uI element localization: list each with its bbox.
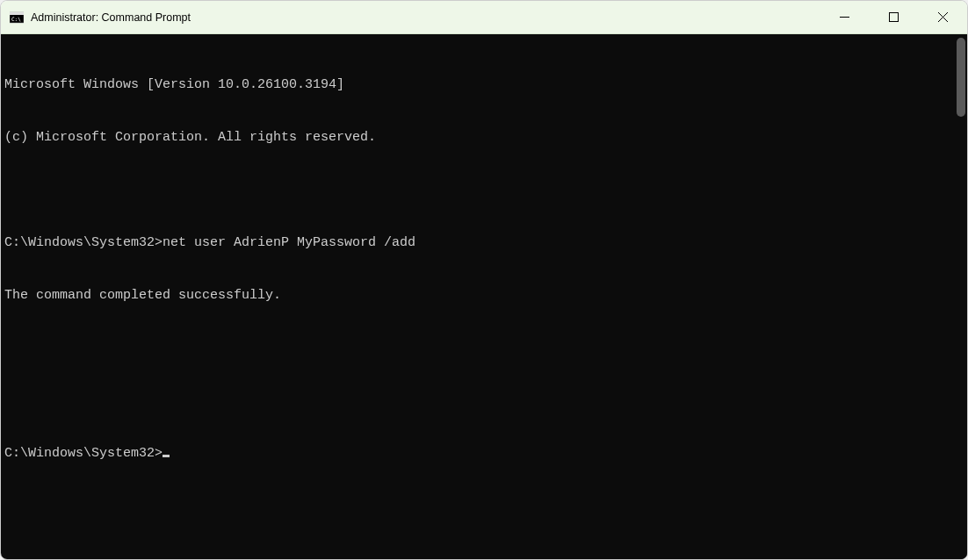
titlebar[interactable]: C:\ Administrator: Command Prompt <box>1 1 967 34</box>
current-prompt-line: C:\Windows\System32> <box>4 445 951 463</box>
entered-command: net user AdrienP MyPassword /add <box>163 235 415 250</box>
blank-line <box>4 392 951 410</box>
window-controls <box>820 1 967 33</box>
window-title: Administrator: Command Prompt <box>31 11 191 24</box>
prompt-path: C:\Windows\System32> <box>4 446 163 461</box>
response-line: The command completed successfully. <box>4 287 951 305</box>
maximize-button[interactable] <box>869 1 918 33</box>
svg-rect-1 <box>10 12 24 15</box>
version-line: Microsoft Windows [Version 10.0.26100.31… <box>4 76 951 94</box>
scrollbar-thumb[interactable] <box>957 38 965 117</box>
terminal-output[interactable]: Microsoft Windows [Version 10.0.26100.31… <box>1 34 955 559</box>
prompt-path: C:\Windows\System32> <box>4 235 163 250</box>
command-prompt-window: C:\ Administrator: Command Prompt Micros… <box>0 0 968 560</box>
svg-rect-4 <box>889 13 898 22</box>
close-button[interactable] <box>918 1 967 33</box>
command-line-1: C:\Windows\System32>net user AdrienP MyP… <box>4 234 951 252</box>
minimize-button[interactable] <box>820 1 869 33</box>
terminal-area: Microsoft Windows [Version 10.0.26100.31… <box>1 34 967 559</box>
cmd-icon: C:\ <box>10 11 24 25</box>
vertical-scrollbar[interactable] <box>955 34 967 559</box>
blank-line <box>4 182 951 199</box>
blank-line <box>4 340 951 357</box>
cursor-icon <box>163 455 170 457</box>
copyright-line: (c) Microsoft Corporation. All rights re… <box>4 129 951 147</box>
svg-text:C:\: C:\ <box>11 16 21 22</box>
